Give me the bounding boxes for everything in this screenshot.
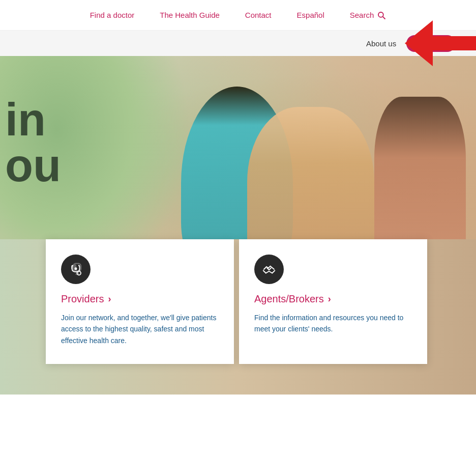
handshake-icon bbox=[261, 262, 277, 277]
secondary-navigation: About us Login bbox=[0, 31, 476, 56]
search-icon bbox=[377, 11, 386, 20]
arrow-body bbox=[433, 36, 476, 50]
arrow-head bbox=[405, 20, 433, 66]
about-us-link[interactable]: About us bbox=[366, 39, 396, 48]
agents-chevron-icon: › bbox=[328, 294, 331, 304]
health-guide-link[interactable]: The Health Guide bbox=[160, 11, 220, 19]
search-label: Search bbox=[350, 11, 374, 19]
contact-link[interactable]: Contact bbox=[245, 11, 272, 19]
hero-text-line1: in bbox=[5, 97, 61, 143]
annotation-arrow bbox=[405, 20, 476, 66]
espanol-link[interactable]: Español bbox=[297, 11, 324, 19]
cards-background: Providers › Join our network, and togeth… bbox=[0, 239, 476, 395]
agents-title-text: Agents/Brokers bbox=[254, 293, 324, 305]
svg-point-0 bbox=[378, 12, 383, 17]
agents-title[interactable]: Agents/Brokers › bbox=[254, 293, 412, 305]
providers-card: Providers › Join our network, and togeth… bbox=[46, 239, 234, 364]
svg-point-2 bbox=[75, 267, 77, 270]
stethoscope-icon bbox=[68, 262, 83, 277]
cards-section: Providers › Join our network, and togeth… bbox=[0, 239, 476, 364]
providers-title[interactable]: Providers › bbox=[61, 293, 219, 305]
providers-description: Join our network, and together, we'll gi… bbox=[61, 312, 219, 346]
agents-description: Find the information and resources you n… bbox=[254, 312, 412, 335]
find-doctor-link[interactable]: Find a doctor bbox=[90, 11, 135, 19]
agents-icon-circle bbox=[254, 255, 284, 284]
hero-text-line2: ou bbox=[5, 143, 61, 188]
providers-title-text: Providers bbox=[61, 293, 104, 305]
agents-brokers-card: Agents/Brokers › Find the information an… bbox=[239, 239, 427, 364]
providers-chevron-icon: › bbox=[108, 294, 111, 304]
providers-icon-circle bbox=[61, 255, 91, 284]
svg-line-1 bbox=[383, 16, 385, 19]
search-area[interactable]: Search bbox=[350, 11, 386, 20]
hero-text: in ou bbox=[5, 97, 61, 188]
